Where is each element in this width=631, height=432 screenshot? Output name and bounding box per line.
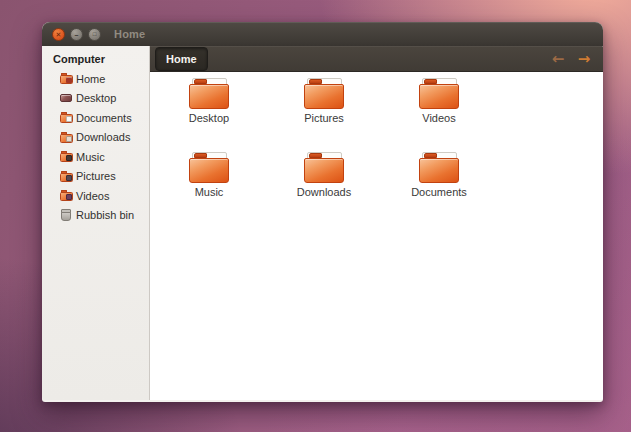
sidebar-item-label: Documents — [76, 112, 132, 124]
sidebar-item-label: Downloads — [76, 131, 130, 143]
folder-documents[interactable]: Documents — [389, 152, 489, 198]
folder-icon — [304, 78, 344, 109]
folder-icon — [419, 78, 459, 109]
desktop-icon — [60, 94, 76, 102]
sidebar-header: Computer — [42, 46, 149, 69]
sidebar-item-pictures[interactable]: Pictures — [42, 167, 149, 187]
folder-icon — [189, 78, 229, 109]
sidebar-item-label: Home — [76, 73, 105, 85]
sidebar-item-label: Rubbish bin — [76, 209, 134, 221]
folder-label: Desktop — [159, 112, 259, 124]
folder-icon — [189, 152, 229, 183]
breadcrumb-home-button[interactable]: Home — [155, 47, 208, 71]
close-button[interactable]: ✕ — [52, 28, 65, 41]
documents-folder-icon — [60, 112, 76, 123]
folder-icon — [419, 152, 459, 183]
sidebar-item-desktop[interactable]: Desktop — [42, 89, 149, 109]
folder-pictures[interactable]: Pictures — [274, 78, 374, 124]
pictures-folder-icon — [60, 171, 76, 182]
home-folder-icon — [60, 73, 76, 84]
maximize-button[interactable]: □ — [88, 28, 101, 41]
folder-desktop[interactable]: Desktop — [159, 78, 259, 124]
sidebar-item-documents[interactable]: Documents — [42, 108, 149, 128]
folder-label: Music — [159, 186, 259, 198]
folder-label: Downloads — [274, 186, 374, 198]
places-sidebar: Computer Home Desktop Documents — [42, 46, 150, 400]
folder-music[interactable]: Music — [159, 152, 259, 198]
sidebar-item-home[interactable]: Home — [42, 69, 149, 89]
folder-downloads[interactable]: Downloads — [274, 152, 374, 198]
window-title: Home — [114, 28, 145, 40]
path-toolbar: Home ← → — [150, 46, 603, 72]
desktop-wallpaper: ✕ – □ Home Computer Home Desktop — [0, 0, 631, 432]
sidebar-item-videos[interactable]: Videos — [42, 186, 149, 206]
sidebar-item-music[interactable]: Music — [42, 147, 149, 167]
rubbish-bin-icon — [60, 210, 76, 221]
minimize-button[interactable]: – — [70, 28, 83, 41]
back-arrow-icon[interactable]: ← — [547, 46, 569, 72]
folder-videos[interactable]: Videos — [389, 78, 489, 124]
videos-folder-icon — [60, 190, 76, 201]
sidebar-item-label: Music — [76, 151, 105, 163]
music-folder-icon — [60, 151, 76, 162]
downloads-folder-icon — [60, 132, 76, 143]
sidebar-item-label: Desktop — [76, 92, 116, 104]
sidebar-item-rubbish-bin[interactable]: Rubbish bin — [42, 206, 149, 226]
sidebar-item-downloads[interactable]: Downloads — [42, 128, 149, 148]
folder-label: Pictures — [274, 112, 374, 124]
forward-arrow-icon[interactable]: → — [573, 46, 595, 72]
file-manager-window: ✕ – □ Home Computer Home Desktop — [42, 22, 603, 402]
folder-icon — [304, 152, 344, 183]
sidebar-item-label: Videos — [76, 190, 109, 202]
folder-label: Documents — [389, 186, 489, 198]
titlebar[interactable]: ✕ – □ Home — [42, 22, 603, 46]
main-pane: Home ← → Desktop Pictures — [150, 46, 603, 400]
folder-label: Videos — [389, 112, 489, 124]
sidebar-item-label: Pictures — [76, 170, 116, 182]
folder-view[interactable]: Desktop Pictures Videos — [150, 72, 603, 400]
